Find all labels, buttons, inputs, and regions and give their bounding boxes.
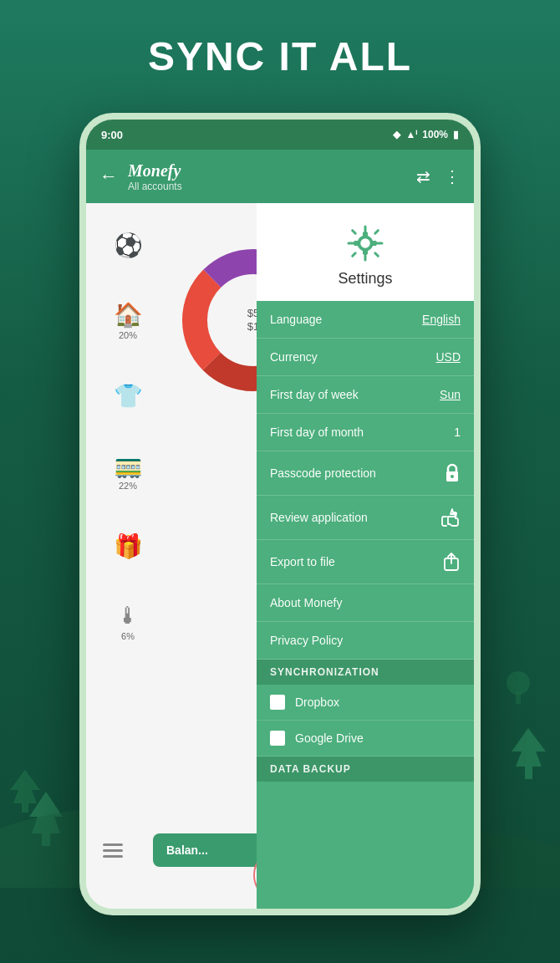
export-icon — [442, 552, 461, 572]
sidebar-item-home[interactable]: 🏠 20% — [103, 295, 153, 345]
signal-icon: ▲ᴵ — [405, 129, 417, 140]
settings-panel: Settings Language English Currency USD F… — [257, 203, 474, 909]
status-time: 9:00 — [101, 129, 123, 141]
google-drive-checkbox[interactable]: Google Drive — [257, 721, 474, 757]
currency-label: Currency — [270, 350, 318, 364]
status-icons: ◆ ▲ᴵ 100% ▮ — [393, 129, 459, 140]
battery-label: 100% — [422, 129, 448, 140]
app-header: ← Monefy All accounts ⇄ ⋮ — [86, 150, 474, 203]
clothing-icon: 👕 — [114, 382, 143, 410]
about-label: About Monefy — [270, 596, 342, 609]
health-icon: 🌡 — [116, 602, 140, 629]
settings-currency[interactable]: Currency USD — [257, 339, 474, 376]
sidebar-item-transport[interactable]: 🚃 22% — [103, 446, 153, 496]
settings-header: Settings — [257, 203, 474, 301]
svg-rect-16 — [103, 855, 123, 858]
sidebar-item-health[interactable]: 🌡 6% — [103, 596, 153, 646]
app-subtitle: All accounts — [128, 181, 416, 192]
svg-point-18 — [359, 237, 371, 249]
privacy-label: Privacy Policy — [270, 634, 343, 647]
settings-review[interactable]: Review application — [257, 496, 474, 540]
hamburger-icon — [103, 843, 123, 859]
back-button[interactable]: ← — [99, 166, 118, 187]
review-label: Review application — [270, 511, 368, 524]
first-day-week-label: First day of week — [270, 388, 359, 401]
main-content: ⚽ 🏠 20% 👕 🚃 22% 🎁 🌡 6% — [86, 203, 474, 909]
health-percent: 6% — [121, 631, 135, 641]
settings-passcode[interactable]: Passcode protection — [257, 451, 474, 496]
lock-icon — [444, 463, 461, 483]
review-icon — [440, 507, 461, 527]
sidebar-item-gifts[interactable]: 🎁 — [103, 521, 153, 571]
status-bar: 9:00 ◆ ▲ᴵ 100% ▮ — [86, 120, 474, 150]
balance-label: Balan... — [166, 843, 208, 857]
more-icon[interactable]: ⋮ — [444, 166, 461, 186]
home-percent: 20% — [119, 330, 137, 340]
svg-rect-4 — [516, 691, 521, 704]
sync-section-header: SYNCHRONIZATION — [257, 660, 474, 685]
app-title-container: Monefy All accounts — [128, 161, 416, 192]
settings-first-day-month[interactable]: First day of month 1 — [257, 414, 474, 451]
first-day-month-label: First day of month — [270, 425, 364, 439]
export-icon — [442, 552, 461, 572]
hamburger-menu[interactable] — [103, 843, 123, 863]
settings-about[interactable]: About Monefy — [257, 584, 474, 622]
language-value: English — [422, 313, 461, 326]
transfer-icon[interactable]: ⇄ — [416, 166, 430, 186]
settings-first-day-week[interactable]: First day of week Sun — [257, 376, 474, 414]
home-icon: 🏠 — [114, 301, 143, 329]
settings-title: Settings — [338, 270, 392, 288]
transport-icon: 🚃 — [114, 451, 143, 479]
category-sidebar: ⚽ 🏠 20% 👕 🚃 22% 🎁 🌡 6% — [86, 203, 170, 909]
dropbox-label: Dropbox — [295, 696, 339, 709]
dropbox-checkbox[interactable]: Dropbox — [257, 685, 474, 721]
first-day-month-value: 1 — [454, 425, 461, 439]
battery-icon: ▮ — [453, 129, 459, 140]
svg-rect-14 — [103, 843, 123, 846]
gear-icon — [345, 223, 385, 263]
transport-percent: 22% — [119, 481, 137, 491]
dropbox-checkbox-box[interactable] — [270, 695, 285, 710]
settings-language[interactable]: Language English — [257, 301, 474, 339]
backup-section-header: DATA BACKUP — [257, 757, 474, 782]
google-drive-checkbox-box[interactable] — [270, 731, 285, 746]
passcode-label: Passcode protection — [270, 466, 376, 480]
first-day-week-value: Sun — [440, 388, 461, 401]
sidebar-item-sport[interactable]: ⚽ — [103, 220, 153, 270]
header-actions: ⇄ ⋮ — [416, 166, 461, 186]
svg-rect-15 — [103, 849, 123, 852]
settings-export[interactable]: Export to file — [257, 540, 474, 584]
wifi-icon: ◆ — [393, 129, 400, 140]
google-drive-label: Google Drive — [295, 731, 364, 745]
gifts-icon: 🎁 — [114, 532, 143, 560]
app-name: Monefy — [128, 161, 416, 181]
thumbs-up-icon — [440, 507, 461, 527]
tree-right2-icon — [506, 666, 531, 704]
sidebar-item-clothing[interactable]: 👕 — [103, 370, 153, 420]
svg-point-29 — [451, 475, 454, 478]
settings-privacy[interactable]: Privacy Policy — [257, 622, 474, 660]
export-label: Export to file — [270, 555, 335, 568]
settings-list: Language English Currency USD First day … — [257, 301, 474, 909]
page-title: SYNC IT ALL — [0, 33, 560, 79]
phone-frame: 9:00 ◆ ▲ᴵ 100% ▮ ← Monefy All accounts ⇄… — [79, 113, 481, 915]
passcode-icon — [444, 463, 461, 483]
language-label: Language — [270, 313, 322, 326]
sport-icon: ⚽ — [114, 232, 143, 259]
svg-point-3 — [507, 671, 530, 695]
currency-value: USD — [435, 350, 461, 364]
